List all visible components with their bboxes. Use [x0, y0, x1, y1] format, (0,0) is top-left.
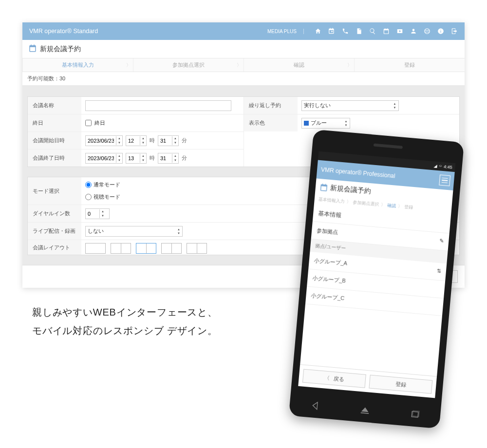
up-icon[interactable]: ▲	[116, 154, 122, 158]
mobile-step-4[interactable]: 登録	[404, 204, 413, 211]
globe-icon[interactable]	[424, 28, 431, 35]
mobile-register-label: 登録	[395, 380, 406, 389]
layout-3[interactable]	[136, 243, 156, 254]
down-icon[interactable]: ▼	[116, 158, 122, 163]
stepper: 基本情報入力〉 参加拠点選択〉 確認〉 登録	[22, 58, 465, 72]
brand-label: VMR operator® Standard	[29, 28, 267, 35]
up-icon[interactable]: ▲	[100, 209, 106, 214]
down-icon[interactable]: ▼	[177, 231, 180, 235]
step-confirm[interactable]: 確認〉	[244, 58, 354, 72]
video-icon[interactable]	[396, 28, 403, 35]
label-color: 表示色	[244, 114, 298, 131]
mobile-brand: VMR operator® Professional	[321, 166, 396, 179]
up-icon[interactable]: ▲	[172, 136, 178, 141]
mobile-register-button

-button[interactable]: 登録	[369, 375, 432, 394]
up-icon[interactable]: ▲	[345, 119, 348, 123]
chevron-right-icon: 〉	[126, 62, 131, 69]
mobile-back-button[interactable]: 〈戻る	[302, 369, 366, 388]
step-register[interactable]: 登録	[354, 58, 465, 72]
end-date-input[interactable]	[86, 153, 116, 163]
down-icon[interactable]: ▼	[100, 214, 106, 218]
start-date-spinner[interactable]: ▲▼	[85, 135, 123, 146]
dialin-spinner[interactable]: ▲▼	[85, 208, 110, 219]
titlebar-actions: MEDIA PLUS	[267, 28, 458, 35]
label-end-time: 会議終了日時	[28, 149, 81, 167]
all-day-text: 終日	[94, 119, 105, 127]
mobile-step-1[interactable]: 基本情報入力	[318, 196, 345, 205]
meeting-name-input[interactable]	[85, 100, 231, 111]
repeat-value: 実行しない	[304, 102, 331, 109]
back-icon[interactable]	[309, 400, 321, 411]
up-icon[interactable]: ▲	[116, 136, 122, 141]
titlebar: VMR operator® Standard MEDIA PLUS	[22, 22, 465, 40]
start-date-input[interactable]	[86, 136, 116, 146]
home-icon[interactable]	[315, 28, 321, 35]
document-icon[interactable]	[356, 28, 362, 35]
edit-icon[interactable]: ✎	[439, 238, 444, 245]
phone-icon[interactable]	[342, 28, 349, 35]
label-dialin: ダイヤルイン数	[28, 205, 81, 222]
step-label: 参加拠点選択	[172, 62, 205, 68]
layout-2[interactable]	[111, 243, 131, 254]
label-live: ライブ配信・録画	[28, 223, 81, 240]
up-icon[interactable]: ▲	[177, 227, 180, 231]
layout-5[interactable]	[187, 243, 207, 254]
down-icon[interactable]: ▼	[393, 106, 396, 110]
dialin-input[interactable]	[86, 209, 99, 219]
up-icon[interactable]: ▲	[172, 154, 178, 158]
end-min-input[interactable]	[158, 153, 172, 163]
mobile-step-2[interactable]: 参加拠点選択	[353, 199, 379, 208]
end-min-spinner[interactable]: ▲▼	[158, 153, 179, 164]
layout-4[interactable]	[161, 243, 182, 254]
logout-icon[interactable]	[451, 28, 458, 35]
updown-icon[interactable]: ⇅	[436, 268, 441, 276]
label-layout: 会議レイアウト	[28, 240, 81, 255]
step-basic[interactable]: 基本情報入力〉	[22, 58, 133, 72]
user-icon[interactable]	[410, 28, 417, 35]
down-icon[interactable]: ▼	[172, 141, 178, 145]
down-icon[interactable]: ▼	[345, 123, 348, 127]
live-select[interactable]: しない▲▼	[85, 226, 183, 237]
start-hour-spinner[interactable]: ▲▼	[126, 135, 147, 146]
down-icon[interactable]: ▼	[140, 141, 146, 145]
calendar-icon[interactable]	[383, 28, 390, 35]
recents-icon[interactable]	[409, 409, 421, 420]
down-icon[interactable]: ▼	[116, 141, 122, 145]
mode-normal-radio[interactable]: 通常モード	[85, 181, 120, 188]
hour-unit: 時	[150, 137, 155, 144]
start-min-spinner[interactable]: ▲▼	[158, 135, 179, 146]
end-hour-input[interactable]	[126, 153, 140, 163]
end-hour-spinner[interactable]: ▲▼	[126, 153, 147, 164]
label-start-time: 会議開始日時	[28, 132, 81, 149]
list-item-label: 小グループ_B	[312, 275, 346, 285]
end-date-spinner[interactable]: ▲▼	[85, 153, 123, 164]
layout-1[interactable]	[85, 243, 106, 254]
info-icon[interactable]	[437, 28, 444, 35]
step-participants[interactable]: 参加拠点選択〉	[133, 58, 244, 72]
up-icon[interactable]: ▲	[140, 136, 146, 141]
page-title: 新規会議予約	[40, 45, 81, 54]
list-item-label: 小グループ_C	[311, 292, 345, 302]
repeat-select[interactable]: 実行しない▲▼	[301, 100, 399, 111]
all-day-checkbox[interactable]	[85, 120, 92, 126]
down-icon[interactable]: ▼	[140, 158, 146, 163]
layout-options	[85, 243, 207, 254]
page-title-row: 新規会議予約	[22, 40, 465, 58]
color-select[interactable]: ブルー▲▼	[301, 118, 350, 129]
start-hour-input[interactable]	[126, 136, 140, 146]
menu-icon[interactable]	[439, 175, 450, 187]
up-icon[interactable]: ▲	[140, 154, 146, 158]
mobile-step-3[interactable]: 確認	[387, 202, 396, 209]
down-icon[interactable]: ▼	[172, 158, 178, 163]
label-repeat: 繰り返し予約	[244, 97, 298, 114]
reservation-count: 予約可能数：30	[22, 72, 465, 86]
label-all-day: 終日	[28, 114, 81, 131]
search-icon[interactable]	[369, 28, 376, 35]
mode-opt1-label: 通常モード	[94, 181, 120, 188]
up-icon[interactable]: ▲	[393, 102, 396, 106]
chevron-right-icon: 〉	[381, 202, 386, 208]
calendar-plus-icon[interactable]	[328, 28, 335, 35]
home-icon[interactable]	[359, 404, 371, 416]
mode-view-radio[interactable]: 視聴モード	[85, 193, 120, 201]
start-min-input[interactable]	[158, 136, 172, 146]
